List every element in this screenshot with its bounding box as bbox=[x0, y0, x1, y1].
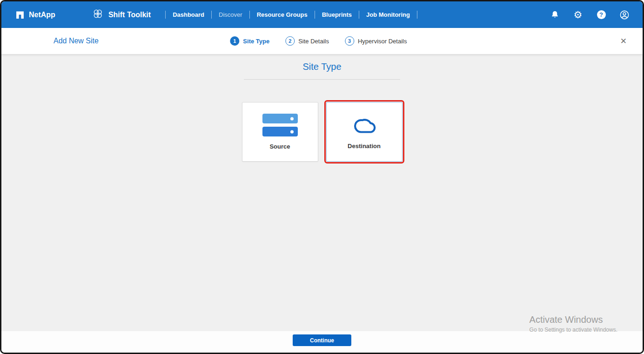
step-1-circle: 1 bbox=[230, 36, 239, 46]
nav-item-resource-groups[interactable]: Resource Groups bbox=[257, 11, 308, 18]
bell-icon[interactable] bbox=[550, 10, 560, 20]
step-3-circle: 3 bbox=[345, 36, 354, 46]
user-icon[interactable] bbox=[619, 10, 630, 20]
cloud-icon bbox=[350, 115, 378, 136]
help-icon[interactable]: ? bbox=[596, 10, 606, 20]
destination-card-label: Destination bbox=[348, 143, 381, 150]
step-site-details[interactable]: 2 Site Details bbox=[285, 36, 329, 46]
topbar-actions: ⚙ ? bbox=[550, 10, 630, 20]
shift-toolkit-icon bbox=[92, 8, 104, 22]
netapp-logo-icon bbox=[15, 10, 25, 20]
section-title: Site Type bbox=[302, 61, 341, 72]
nav-item-blueprints[interactable]: Blueprints bbox=[322, 11, 352, 18]
step-1-label: Site Type bbox=[243, 38, 269, 45]
destination-card[interactable]: Destination bbox=[326, 102, 402, 162]
main-nav: Dashboard Discover Resource Groups Bluep… bbox=[158, 11, 424, 19]
site-type-cards: Source Destination bbox=[242, 102, 402, 162]
nav-divider bbox=[417, 11, 417, 19]
nav-item-job-monitoring[interactable]: Job Monitoring bbox=[366, 11, 410, 18]
wizard-footer: Continue bbox=[1, 331, 643, 353]
continue-button[interactable]: Continue bbox=[293, 334, 351, 346]
wizard-body: Site Type Source Destination bbox=[1, 54, 643, 331]
title-divider bbox=[244, 79, 400, 80]
watermark-subtitle: Go to Settings to activate Windows. bbox=[530, 327, 617, 333]
top-navigation-bar: NetApp Shift Toolkit Dashboard Discover … bbox=[1, 1, 643, 28]
nav-item-dashboard[interactable]: Dashboard bbox=[173, 11, 204, 18]
step-site-type[interactable]: 1 Site Type bbox=[230, 36, 269, 46]
nav-item-discover[interactable]: Discover bbox=[219, 11, 242, 18]
server-stack-icon bbox=[262, 114, 298, 136]
step-2-label: Site Details bbox=[298, 38, 329, 45]
source-card-label: Source bbox=[269, 143, 290, 150]
source-card[interactable]: Source bbox=[242, 102, 318, 162]
app-window: NetApp Shift Toolkit Dashboard Discover … bbox=[0, 0, 644, 354]
gear-icon[interactable]: ⚙ bbox=[573, 10, 583, 20]
windows-activation-watermark: Activate Windows Go to Settings to activ… bbox=[530, 314, 617, 333]
nav-divider bbox=[359, 11, 359, 19]
netapp-brand[interactable]: NetApp bbox=[15, 10, 55, 20]
step-2-circle: 2 bbox=[285, 36, 295, 46]
step-hypervisor-details[interactable]: 3 Hypervisor Details bbox=[345, 36, 407, 46]
app-title[interactable]: Shift Toolkit bbox=[92, 8, 151, 22]
page-title: Add New Site bbox=[54, 37, 99, 45]
nav-divider bbox=[165, 11, 166, 19]
app-title-label: Shift Toolkit bbox=[108, 11, 151, 19]
brand-label: NetApp bbox=[29, 11, 55, 19]
wizard-steps: 1 Site Type 2 Site Details 3 Hypervisor … bbox=[230, 36, 407, 46]
wizard-header: Add New Site 1 Site Type 2 Site Details … bbox=[1, 28, 643, 54]
step-3-label: Hypervisor Details bbox=[358, 38, 407, 45]
nav-divider bbox=[249, 11, 250, 19]
watermark-title: Activate Windows bbox=[530, 314, 617, 325]
nav-divider bbox=[211, 11, 212, 19]
close-icon[interactable]: ✕ bbox=[617, 34, 631, 48]
nav-divider bbox=[315, 11, 315, 19]
